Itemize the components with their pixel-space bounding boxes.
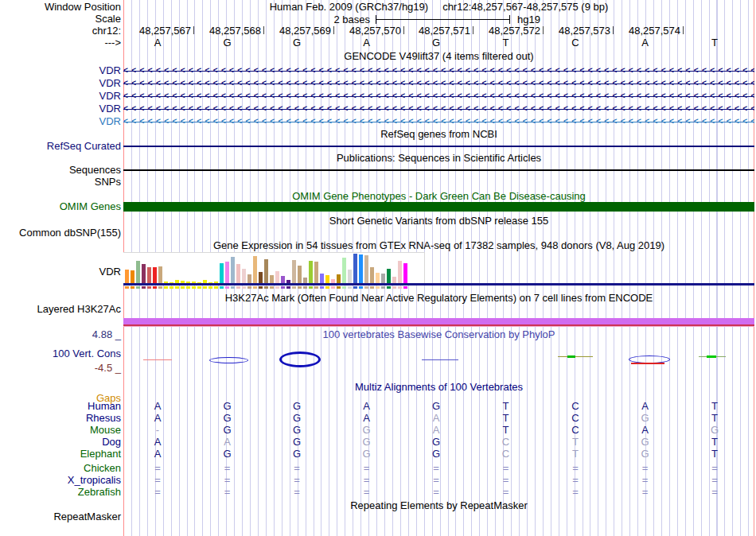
reference-base: A bbox=[637, 37, 653, 49]
gtex-bar[interactable] bbox=[125, 270, 129, 283]
gene-label[interactable]: VDR bbox=[0, 65, 121, 76]
gtex-bar[interactable] bbox=[264, 259, 268, 283]
conservation-mark[interactable] bbox=[279, 352, 321, 367]
omim-genes-label[interactable]: OMIM Genes bbox=[0, 201, 121, 212]
conservation-mark[interactable] bbox=[558, 356, 593, 357]
multiz-base: T bbox=[500, 401, 512, 412]
gtex-bar[interactable] bbox=[348, 270, 352, 283]
gtex-tissue-tick bbox=[125, 286, 129, 289]
species-label[interactable]: Elephant bbox=[0, 449, 121, 460]
gtex-bar[interactable] bbox=[242, 269, 246, 283]
conservation-mark[interactable] bbox=[422, 359, 458, 360]
gtex-bar[interactable] bbox=[314, 262, 318, 283]
gtex-bar[interactable] bbox=[376, 273, 380, 283]
gtex-bar[interactable] bbox=[370, 267, 374, 283]
gtex-bar[interactable] bbox=[309, 261, 313, 283]
species-label[interactable]: Human bbox=[0, 401, 121, 412]
gene-strand-arrows[interactable]: <<<<<<<<<<<<<<<<<<<<<<<<<<<<<<<<<<<<<<<<… bbox=[123, 78, 754, 89]
gtex-bar[interactable] bbox=[337, 274, 341, 283]
gtex-bar[interactable] bbox=[225, 262, 229, 283]
multiz-base: G bbox=[290, 413, 303, 424]
gtex-bar[interactable] bbox=[381, 274, 385, 283]
gtex-bar[interactable] bbox=[325, 275, 329, 283]
multiz-base: = bbox=[639, 475, 652, 486]
multiz-base: A bbox=[151, 413, 164, 424]
refseq-curated-label[interactable]: RefSeq Curated bbox=[0, 141, 121, 152]
multiz-base: T bbox=[569, 449, 582, 460]
conservation-mark[interactable] bbox=[707, 355, 716, 358]
gtex-bar[interactable] bbox=[142, 264, 146, 283]
strand-direction-label: ---> bbox=[0, 37, 121, 49]
conservation-mark[interactable] bbox=[631, 363, 664, 364]
gtex-bar[interactable] bbox=[153, 267, 157, 283]
conservation-mark[interactable] bbox=[567, 355, 575, 358]
gtex-bar[interactable] bbox=[392, 277, 396, 283]
species-label[interactable]: Zebrafish bbox=[0, 487, 121, 498]
conservation-track-label[interactable]: 100 Vert. Cons bbox=[0, 348, 121, 359]
gene-label[interactable]: VDR bbox=[0, 116, 121, 127]
gtex-bar[interactable] bbox=[231, 257, 235, 283]
gtex-bar[interactable] bbox=[270, 275, 274, 283]
gtex-tissue-tick bbox=[220, 286, 224, 289]
gtex-bar[interactable] bbox=[236, 264, 240, 283]
gtex-bar[interactable] bbox=[247, 274, 251, 283]
sequences-item[interactable] bbox=[123, 169, 754, 171]
gtex-bar[interactable] bbox=[298, 266, 302, 283]
gtex-tissue-tick bbox=[381, 286, 385, 289]
gtex-bar[interactable] bbox=[403, 263, 407, 283]
refseq-curated-item[interactable] bbox=[123, 146, 754, 147]
gtex-bar[interactable] bbox=[131, 270, 134, 283]
gtex-gene-label[interactable]: VDR bbox=[0, 266, 121, 278]
gtex-bar[interactable] bbox=[275, 271, 279, 283]
gtex-tissue-tick bbox=[181, 286, 185, 289]
gtex-bar[interactable] bbox=[292, 260, 296, 283]
gtex-bar[interactable] bbox=[259, 272, 263, 283]
gtex-bar[interactable] bbox=[398, 261, 402, 283]
repeatmasker-label[interactable]: RepeatMasker bbox=[0, 511, 121, 522]
species-label[interactable]: Mouse bbox=[0, 425, 121, 436]
gtex-bar[interactable] bbox=[281, 276, 285, 283]
multiz-base: = bbox=[221, 487, 234, 498]
gtex-bar[interactable] bbox=[303, 278, 307, 283]
multiz-base: = bbox=[569, 487, 582, 498]
gene-strand-arrows[interactable]: <<<<<<<<<<<<<<<<<<<<<<<<<<<<<<<<<<<<<<<<… bbox=[123, 91, 754, 102]
gene-label[interactable]: VDR bbox=[0, 103, 121, 115]
sequences-label[interactable]: Sequences bbox=[0, 165, 121, 176]
gtex-bar[interactable] bbox=[220, 263, 224, 283]
gtex-tissue-tick bbox=[376, 286, 380, 289]
coordinate-label: 48,257,571 bbox=[400, 25, 470, 36]
conservation-mark[interactable] bbox=[143, 359, 172, 360]
species-label[interactable]: Dog bbox=[0, 437, 121, 448]
gtex-bar[interactable] bbox=[253, 256, 257, 283]
gtex-bar[interactable] bbox=[136, 261, 140, 283]
gencode-title: GENCODE V49lift37 (4 items filtered out) bbox=[123, 51, 754, 62]
gtex-tissue-tick bbox=[225, 286, 229, 289]
gene-strand-arrows[interactable]: <<<<<<<<<<<<<<<<<<<<<<<<<<<<<<<<<<<<<<<<… bbox=[123, 65, 754, 76]
gtex-tissue-tick bbox=[325, 286, 329, 289]
gene-strand-arrows[interactable]: <<<<<<<<<<<<<<<<<<<<<<<<<<<<<<<<<<<<<<<<… bbox=[123, 116, 754, 127]
gene-label[interactable]: VDR bbox=[0, 91, 121, 102]
gtex-chart-area[interactable] bbox=[123, 252, 425, 284]
snps-label[interactable]: SNPs bbox=[0, 177, 121, 188]
gtex-bar[interactable] bbox=[147, 267, 151, 283]
h3k27ac-band[interactable] bbox=[123, 318, 754, 324]
omim-gene-bar[interactable] bbox=[123, 202, 754, 212]
multiz-base: G bbox=[430, 401, 442, 412]
species-label[interactable]: X_tropicalis bbox=[0, 475, 121, 486]
gtex-tissue-tick bbox=[337, 286, 341, 289]
h3k27ac-title: H3K27Ac Mark (Often Found Near Active Re… bbox=[123, 293, 754, 304]
h3k27ac-label[interactable]: Layered H3K27Ac bbox=[0, 304, 121, 315]
gene-label[interactable]: VDR bbox=[0, 78, 121, 89]
dbsnp-label[interactable]: Common dbSNP(155) bbox=[0, 227, 121, 239]
gtex-bar[interactable] bbox=[353, 254, 357, 283]
species-label[interactable]: Rhesus bbox=[0, 413, 121, 424]
gene-strand-arrows[interactable]: <<<<<<<<<<<<<<<<<<<<<<<<<<<<<<<<<<<<<<<<… bbox=[123, 103, 754, 115]
conservation-mark[interactable] bbox=[209, 357, 248, 363]
gtex-bar[interactable] bbox=[342, 258, 346, 283]
gtex-bar[interactable] bbox=[387, 269, 391, 283]
species-label[interactable]: Chicken bbox=[0, 463, 121, 474]
gtex-bar[interactable] bbox=[359, 254, 363, 283]
gtex-bar[interactable] bbox=[364, 255, 368, 283]
gtex-bar[interactable] bbox=[320, 274, 324, 283]
gtex-bar[interactable] bbox=[158, 266, 162, 283]
